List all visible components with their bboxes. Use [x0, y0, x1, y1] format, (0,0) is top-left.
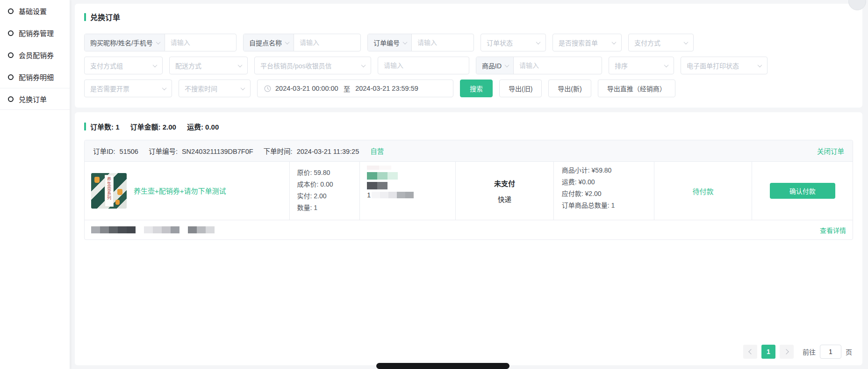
date-separator: 至	[344, 84, 351, 94]
filter-sort-label: 排序	[615, 61, 628, 70]
summary-accent-bar	[84, 123, 86, 130]
radio-circle-icon	[8, 96, 14, 102]
filter-verifier-select[interactable]: 平台核销员/pos收银员信	[254, 57, 371, 74]
filter-buyer-select[interactable]: 购买昵称/姓名/手机号	[85, 34, 165, 51]
order-card-footer: 查看详情	[85, 220, 853, 239]
product-image-text: 养生壶系列	[106, 177, 112, 200]
redacted-block	[144, 226, 153, 233]
filter-pickup-select[interactable]: 自提点名称	[244, 34, 294, 51]
chevron-down-icon	[505, 63, 509, 67]
order-id-label: 订单ID:	[93, 148, 115, 155]
filter-order-status-select[interactable]: 订单状态	[481, 34, 546, 51]
sidebar-item-member-coupon[interactable]: 会员配销券	[0, 44, 70, 66]
redacted-customer-phone	[367, 182, 455, 189]
kettle-graphic	[117, 189, 122, 195]
page-title-text: 兑换订单	[90, 11, 120, 22]
pagination: 1 前往 页	[743, 345, 852, 359]
sidebar-item-exchange-orders[interactable]: 兑换订单	[0, 88, 70, 110]
orders-summary: 订单数: 1 订单金额: 2.00 运费: 0.00	[84, 122, 853, 131]
sidebar-item-coupon-management[interactable]: 配销券管理	[0, 22, 70, 44]
filter-eprint-select[interactable]: 电子面单打印状态	[681, 57, 768, 74]
filter-row-2: 支付方式组 配送方式 平台核销员/pos收银员信 商品ID	[84, 57, 853, 74]
redacted-block	[372, 192, 380, 198]
pay-status: 未支付	[494, 178, 515, 188]
filter-verifier-input[interactable]	[378, 57, 469, 74]
order-state-column: 待付款	[654, 162, 753, 220]
product-column: 养生壶系列 养生壶+配销券+请勿下单测试	[85, 162, 290, 220]
payable-amount: 应付款: ¥2.00	[562, 188, 654, 200]
date-end-value: 2024-03-21 23:59:59	[355, 85, 418, 92]
sidebar-item-basic-settings[interactable]: 基础设置	[0, 0, 70, 22]
self-operated-tag: 自营	[370, 146, 384, 156]
filter-product-id-select[interactable]: 商品ID	[476, 57, 514, 74]
search-button[interactable]: 搜索	[460, 80, 493, 97]
export-old-button[interactable]: 导出(旧)	[499, 80, 542, 97]
freight-amount: 运费: ¥0.00	[562, 176, 654, 188]
main-content: 兑换订单 购买昵称/姓名/手机号 自提点名称 订单编号	[75, 0, 868, 369]
product-name-link[interactable]: 养生壶+配销券+请勿下单测试	[134, 186, 226, 196]
customer-line-number: 1	[367, 192, 371, 198]
redacted-block	[397, 192, 405, 198]
redacted-block	[377, 172, 387, 180]
sidebar-item-label: 配销券管理	[19, 28, 54, 38]
total-goods-count: 订单商品总数量: 1	[562, 200, 654, 211]
chevron-down-icon	[156, 40, 160, 44]
filter-no-time-select[interactable]: 不搜索时间	[179, 80, 251, 97]
filter-pickup-input[interactable]	[294, 34, 359, 51]
redacted-block	[379, 166, 391, 170]
filter-pickup: 自提点名称	[243, 34, 361, 51]
redacted-block	[197, 226, 206, 233]
redacted-block	[162, 226, 171, 233]
summary-freight: 运费: 0.00	[187, 122, 219, 131]
date-start-value: 2024-03-21 00:00:00	[275, 85, 338, 92]
action-column: 确认付款	[752, 162, 853, 220]
filter-order-no-input[interactable]	[412, 34, 473, 51]
export-direct-button[interactable]: 导出直推（经销商）	[598, 80, 675, 97]
order-time: 下单时间: 2024-03-21 11:39:25	[264, 146, 359, 156]
redacted-block	[206, 226, 215, 233]
page-title: 兑换订单	[84, 11, 853, 22]
export-new-button[interactable]: 导出(新)	[548, 80, 591, 97]
sidebar-item-coupon-detail[interactable]: 配销券明细	[0, 66, 70, 88]
goods-subtotal: 商品小计: ¥59.80	[562, 165, 654, 176]
quantity: 数量: 1	[297, 202, 359, 214]
prev-page-button[interactable]	[743, 345, 757, 359]
filter-invoice-select[interactable]: 是否需要开票	[84, 80, 172, 97]
goto-page-input[interactable]	[820, 345, 841, 359]
redacted-footer-blocks	[91, 226, 136, 233]
filter-row-1: 购买昵称/姓名/手机号 自提点名称 订单编号 订单	[84, 34, 853, 51]
close-order-link[interactable]: 关闭订单	[817, 146, 844, 156]
view-detail-link[interactable]: 查看详情	[820, 225, 846, 235]
filter-delivery-select[interactable]: 配送方式	[169, 57, 248, 74]
amounts-column: 商品小计: ¥59.80 运费: ¥0.00 应付款: ¥2.00 订单商品总数…	[554, 162, 654, 220]
chevron-down-icon	[241, 86, 245, 90]
filter-product-id-input[interactable]	[514, 57, 589, 74]
next-page-button[interactable]	[780, 345, 794, 359]
filters-panel: 兑换订单 购买昵称/姓名/手机号 自提点名称 订单编号	[75, 4, 862, 108]
redacted-block	[171, 226, 179, 233]
filter-no-time-label: 不搜索时间	[185, 84, 217, 93]
chevron-down-icon	[285, 40, 290, 44]
redacted-customer-address: 1	[367, 192, 455, 198]
summary-order-amount: 订单金额: 2.00	[130, 122, 176, 131]
product-image[interactable]: 养生壶系列	[91, 173, 127, 209]
confirm-payment-button[interactable]: 确认付款	[770, 183, 835, 199]
date-range-picker[interactable]: 2024-03-21 00:00:00 至 2024-03-21 23:59:5…	[257, 80, 453, 97]
chevron-down-icon	[403, 40, 408, 44]
order-card: 订单ID: 51506 订单编号: SN2403211139DB7F0F 下单时…	[84, 140, 853, 240]
redacted-block	[127, 226, 136, 233]
page-number-button[interactable]: 1	[761, 345, 775, 359]
filter-sort-select[interactable]: 排序	[609, 57, 674, 74]
dock-indicator-bar	[376, 363, 509, 369]
sidebar-item-label: 会员配销券	[19, 50, 54, 60]
filter-first-order-select[interactable]: 是否搜索首单	[552, 34, 622, 51]
redacted-block	[380, 192, 388, 198]
filter-order-status-label: 订单状态	[487, 38, 513, 47]
filter-pay-method-select[interactable]: 支付方式	[628, 34, 694, 51]
filter-verifier-input-box	[378, 57, 469, 74]
chevron-down-icon	[238, 63, 243, 67]
redacted-footer-blocks	[144, 226, 179, 233]
filter-order-no-select[interactable]: 订单编号	[368, 34, 412, 51]
filter-pay-group-select[interactable]: 支付方式组	[84, 57, 163, 74]
filter-buyer-input[interactable]	[165, 34, 229, 51]
